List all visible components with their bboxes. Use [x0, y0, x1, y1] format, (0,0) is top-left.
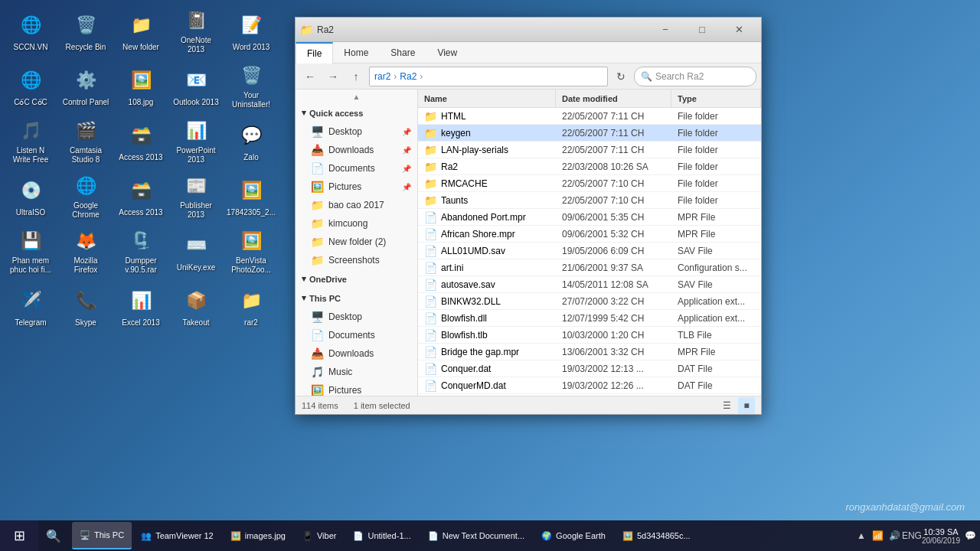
desktop-icon-108-jpg[interactable]: 🖼️ 108.jpg	[114, 59, 168, 112]
desktop-icon-phan-mem-phuc-hoi-fi---[interactable]: 💾 Phan mem phuc hoi fi...	[4, 224, 57, 278]
desktop-icon-access-2013[interactable]: 🗃️ Access 2013	[114, 169, 168, 223]
this-pc-item-desktop[interactable]: 🖥️ Desktop	[296, 308, 417, 326]
desktop-icon-camtasia-studio-8[interactable]: 🎬 Camtasia Studio 8	[59, 114, 113, 168]
path-part-rar2[interactable]: rar2	[374, 71, 390, 82]
search-bar[interactable]: 🔍 Search Ra2	[634, 67, 756, 86]
desktop-icon-takeout[interactable]: 📦 Takeout	[169, 279, 223, 333]
table-row[interactable]: 📄 Blowfish.tlb 10/03/2000 1:20 CH TLB Fi…	[418, 327, 761, 344]
nav-item-downloads[interactable]: 📥 Downloads 📌	[296, 141, 417, 159]
col-header-name[interactable]: Name	[418, 90, 556, 107]
desktop-icon-access-2013[interactable]: 🗃️ Access 2013	[114, 114, 168, 168]
minimize-button[interactable]: −	[648, 18, 683, 42]
up-button[interactable]: ↑	[346, 67, 366, 86]
table-row[interactable]: 📁 LAN-play-serials 22/05/2007 7:11 CH Fi…	[418, 142, 761, 158]
list-view-button[interactable]: ■	[738, 397, 755, 414]
desktop-icon-recycle-bin[interactable]: 🗑️ Recycle Bin	[59, 4, 113, 57]
address-bar[interactable]: rar2 › Ra2 ›	[369, 67, 608, 86]
table-row[interactable]: 📄 autosave.sav 14/05/2011 12:08 SA SAV F…	[418, 276, 761, 293]
table-row[interactable]: 📄 Conquer.dat 19/03/2002 12:13 ... DAT F…	[418, 360, 761, 377]
table-row[interactable]: 📁 keygen 22/05/2007 7:11 CH File folder	[418, 125, 761, 142]
network-icon[interactable]: 📶	[871, 529, 885, 543]
table-row[interactable]: 📁 Ra2 22/03/2008 10:26 SA File folder	[418, 158, 761, 175]
notification-icon[interactable]: 💬	[963, 529, 977, 543]
nav-item-screenshots[interactable]: 📁 Screenshots	[296, 251, 417, 269]
taskbar-clock[interactable]: 10:39 SA 20/06/2019	[922, 527, 960, 545]
desktop-icon-outlook-2013[interactable]: 📧 Outlook 2013	[169, 59, 223, 112]
table-row[interactable]: 📁 HTML 22/05/2007 7:11 CH File folder	[418, 108, 761, 125]
menu-tab-share[interactable]: Share	[380, 42, 426, 64]
maximize-button[interactable]: □	[684, 18, 720, 42]
desktop-icon-publisher-2013[interactable]: 📰 Publisher 2013	[169, 169, 223, 223]
nav-item-desktop[interactable]: 🖥️ Desktop 📌	[296, 122, 417, 141]
table-row[interactable]: 📁 Taunts 22/05/2007 7:10 CH File folder	[418, 192, 761, 209]
close-button[interactable]: ✕	[721, 18, 756, 42]
this-pc-item-documents[interactable]: 📄 Documents	[296, 326, 417, 344]
table-row[interactable]: 📄 ConquerMD.dat 19/03/2002 12:26 ... DAT…	[418, 377, 761, 394]
desktop-icon-listen-n-write-free[interactable]: 🎵 Listen N Write Free	[4, 114, 57, 168]
table-row[interactable]: 📄 ALL01UMD.sav 19/05/2006 6:09 CH SAV Fi…	[418, 243, 761, 259]
col-header-date[interactable]: Date modified	[556, 90, 671, 107]
taskbar-item-untitled-1---[interactable]: 📄 Untitled-1...	[345, 522, 418, 549]
desktop-icon-c-c-c-c[interactable]: 🌐 CốC CốC	[4, 59, 57, 112]
nav-item-pictures[interactable]: 🖼️ Pictures 📌	[296, 178, 417, 196]
table-row[interactable]: 📄 Bridge the gap.mpr 13/06/2001 3:32 CH …	[418, 344, 761, 360]
table-row[interactable]: 📄 Blowfish.dll 12/07/1999 5:42 CH Applic…	[418, 310, 761, 327]
menu-tab-view[interactable]: View	[426, 42, 469, 64]
col-header-type[interactable]: Type	[671, 90, 761, 107]
desktop-icon-excel-2013[interactable]: 📊 Excel 2013	[114, 279, 168, 333]
taskbar-item-new-text-document---[interactable]: 📄 New Text Document...	[420, 522, 532, 549]
desktop-icon-word-2013[interactable]: 📝 Word 2013	[224, 4, 278, 57]
taskbar-item-teamviewer-12[interactable]: 👥 TeamViewer 12	[133, 522, 221, 549]
taskbar-item-images-jpg[interactable]: 🖼️ images.jpg	[223, 522, 293, 549]
menu-tab-home[interactable]: Home	[333, 42, 380, 64]
table-row[interactable]: 📄 BINKW32.DLL 27/07/2000 3:22 CH Applica…	[418, 293, 761, 310]
desktop-icon-onenote-2013[interactable]: 📓 OneNote 2013	[169, 4, 223, 57]
table-row[interactable]: 📄 African Shore.mpr 09/06/2001 5:32 CH M…	[418, 226, 761, 243]
this-pc-item-downloads[interactable]: 📥 Downloads	[296, 344, 417, 363]
taskbar-item-this-pc[interactable]: 🖥️ This PC	[72, 522, 132, 549]
desktop-icon-17842305-2---[interactable]: 🖼️ 17842305_2...	[224, 169, 278, 223]
desktop-icon-control-panel[interactable]: ⚙️ Control Panel	[59, 59, 113, 112]
desktop-icon-unikey-exe[interactable]: ⌨️ UniKey.exe	[169, 224, 223, 278]
tray-icon-1[interactable]: ▲	[854, 529, 868, 543]
quick-access-header[interactable]: ▾ Quick access	[296, 103, 417, 122]
scroll-up[interactable]: ▲	[296, 91, 417, 102]
table-row[interactable]: 📁 RMCACHE 22/05/2007 7:10 CH File folder	[418, 175, 761, 192]
taskbar-search-button[interactable]: 🔍	[38, 520, 69, 551]
menu-tab-file[interactable]: File	[296, 42, 333, 64]
desktop-icon-your-uninstaller-[interactable]: 🗑️ Your Uninstaller!	[224, 59, 278, 112]
details-view-button[interactable]: ☰	[718, 397, 735, 414]
desktop-icon-skype[interactable]: 📞 Skype	[59, 279, 113, 333]
this-pc-item-pictures[interactable]: 🖼️ Pictures	[296, 381, 417, 396]
path-part-ra2[interactable]: Ra2	[400, 71, 416, 82]
this-pc-header[interactable]: ▾ This PC	[296, 289, 417, 308]
desktop-icon-google-chrome[interactable]: 🌐 Google Chrome	[59, 169, 113, 223]
refresh-button[interactable]: ↻	[611, 67, 631, 86]
desktop-icon-sccn-vn[interactable]: 🌐 SCCN.VN	[4, 4, 57, 57]
desktop-icon-rar2[interactable]: 📁 rar2	[224, 279, 278, 333]
start-button[interactable]: ⊞	[0, 520, 38, 551]
desktop-icon-mozilla-firefox[interactable]: 🦊 Mozilla Firefox	[59, 224, 113, 278]
desktop-icon-powerpoint-2013[interactable]: 📊 PowerPoint 2013	[169, 114, 223, 168]
input-method-icon[interactable]: ENG	[905, 529, 919, 543]
desktop-icon-new-folder[interactable]: 📁 New folder	[114, 4, 168, 57]
desktop-icon-telegram[interactable]: ✈️ Telegram	[4, 279, 57, 333]
back-button[interactable]: ←	[300, 67, 320, 86]
nav-item-kimcuong[interactable]: 📁 kimcuong	[296, 214, 417, 233]
nav-item-bao-cao-2017[interactable]: 📁 bao cao 2017	[296, 196, 417, 214]
nav-item-documents[interactable]: 📄 Documents 📌	[296, 159, 417, 178]
onedrive-header[interactable]: ▾ OneDrive	[296, 269, 417, 289]
forward-button[interactable]: →	[323, 67, 343, 86]
taskbar-item-google-earth[interactable]: 🌍 Google Earth	[534, 522, 613, 549]
desktop-icon-zalo[interactable]: 💬 Zalo	[224, 114, 278, 168]
table-row[interactable]: 📄 Abandoned Port.mpr 09/06/2001 5:35 CH …	[418, 209, 761, 226]
desktop-icon-benvista-photozoo---[interactable]: 🖼️ BenVista PhotoZoo...	[224, 224, 278, 278]
nav-item-new-folder--2-[interactable]: 📁 New folder (2)	[296, 233, 417, 251]
desktop-icon-ultraiso[interactable]: 💿 UltraISO	[4, 169, 57, 223]
this-pc-item-music[interactable]: 🎵 Music	[296, 363, 417, 381]
table-row[interactable]: 📄 art.ini 21/06/2001 9:37 SA Configurati…	[418, 259, 761, 276]
taskbar-item-5d3434865c---[interactable]: 🖼️ 5d3434865c...	[615, 522, 698, 549]
desktop-icon-dumpper-v-90-5-rar[interactable]: 🗜️ Dumpper v.90.5.rar	[114, 224, 168, 278]
volume-icon[interactable]: 🔊	[888, 529, 902, 543]
taskbar-item-viber[interactable]: 📱 Viber	[295, 522, 344, 549]
